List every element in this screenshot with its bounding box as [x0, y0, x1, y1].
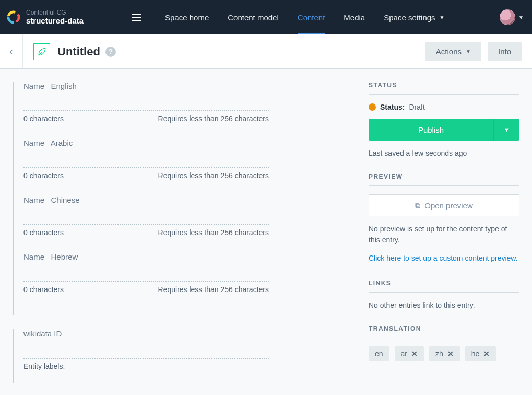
- close-icon[interactable]: ✕: [483, 350, 490, 358]
- avatar: [500, 9, 515, 25]
- close-icon[interactable]: ✕: [411, 350, 418, 358]
- publish-button[interactable]: Publish: [369, 119, 493, 141]
- text-input[interactable]: [23, 157, 269, 168]
- info-button[interactable]: Info: [488, 42, 522, 61]
- char-hint: Requires less than 256 characters: [158, 228, 269, 237]
- editor-pane: Name– English 0 characters Requires less…: [0, 69, 356, 395]
- locale-chip-label: en: [375, 350, 383, 358]
- nav-space-home[interactable]: Space home: [156, 0, 218, 34]
- open-preview-label: Open preview: [424, 201, 473, 210]
- text-input[interactable]: [23, 100, 269, 111]
- space-name[interactable]: structured-data: [26, 16, 84, 26]
- logo-block: Contentful-CG structured-data: [6, 9, 132, 26]
- hamburger-menu-icon[interactable]: [132, 14, 141, 21]
- translation-chips: en ar ✕ zh ✕ he ✕: [369, 346, 519, 361]
- locale-chip-label: he: [471, 350, 480, 358]
- status-label: Status:: [380, 103, 405, 111]
- text-input[interactable]: [23, 347, 269, 359]
- chevron-down-icon: ▼: [466, 49, 471, 54]
- content-type-icon: [33, 43, 50, 60]
- char-hint: Requires less than 256 characters: [158, 171, 269, 180]
- help-icon[interactable]: ?: [105, 47, 116, 57]
- locale-chip-label: ar: [401, 350, 407, 358]
- preview-setup-link[interactable]: Click here to set up a custom content pr…: [369, 253, 519, 264]
- nav-content-model[interactable]: Content model: [218, 0, 288, 34]
- field-label: Name– Arabic: [23, 138, 356, 147]
- nav-space-settings[interactable]: Space settings ▼: [374, 0, 454, 34]
- char-hint: Requires less than 256 characters: [158, 285, 269, 294]
- status-value: Draft: [409, 103, 424, 111]
- text-input[interactable]: [23, 214, 269, 225]
- entity-labels-label: Entity labels:: [23, 362, 356, 370]
- locale-chip-zh[interactable]: zh ✕: [429, 346, 460, 361]
- field-label: Name– English: [23, 82, 356, 90]
- external-link-icon: ⧉: [415, 201, 420, 210]
- field-label: Name– Hebrew: [23, 252, 356, 261]
- field-name-chinese: Name– Chinese 0 characters Requires less…: [23, 195, 356, 237]
- char-count: 0 characters: [23, 228, 64, 237]
- field-group-names: Name– English 0 characters Requires less…: [13, 82, 356, 315]
- translation-heading: TRANSLATION: [369, 325, 519, 338]
- char-hint: Requires less than 256 characters: [158, 114, 269, 123]
- close-icon[interactable]: ✕: [447, 350, 454, 358]
- locale-chip-ar[interactable]: ar ✕: [395, 346, 424, 361]
- last-saved-text: Last saved a few seconds ago: [369, 149, 519, 157]
- actions-button-label: Actions: [436, 47, 462, 56]
- locale-chip-he[interactable]: he ✕: [465, 346, 496, 361]
- locale-chip-label: zh: [435, 350, 443, 358]
- char-count: 0 characters: [23, 171, 64, 180]
- status-dot-icon: [369, 103, 376, 111]
- primary-nav: Space home Content model Content Media S…: [156, 0, 454, 34]
- nav-media[interactable]: Media: [334, 0, 374, 34]
- chevron-left-icon: ‹: [9, 45, 13, 59]
- field-wikidata-id: wikidata ID Entity labels:: [23, 329, 356, 370]
- page-title: Untitled: [57, 45, 100, 59]
- field-label: Name– Chinese: [23, 195, 356, 204]
- field-name-english: Name– English 0 characters Requires less…: [23, 82, 356, 123]
- field-name-hebrew: Name– Hebrew 0 characters Requires less …: [23, 252, 356, 294]
- publish-row: Publish ▼: [369, 119, 519, 141]
- leaf-icon: [37, 47, 47, 57]
- char-count: 0 characters: [23, 285, 64, 294]
- publish-dropdown-button[interactable]: ▼: [493, 119, 519, 141]
- open-preview-button[interactable]: ⧉ Open preview: [369, 194, 519, 216]
- field-name-arabic: Name– Arabic 0 characters Requires less …: [23, 138, 356, 180]
- info-button-label: Info: [498, 47, 511, 56]
- preview-help-text: No preview is set up for the content typ…: [369, 224, 519, 246]
- translation-section: TRANSLATION en ar ✕ zh ✕ he ✕: [369, 325, 519, 361]
- nav-content[interactable]: Content: [288, 0, 335, 34]
- nav-space-settings-label: Space settings: [384, 13, 435, 22]
- chevron-down-icon: ▼: [504, 126, 510, 133]
- status-row: Status: Draft: [369, 103, 519, 111]
- chevron-down-icon: ▼: [518, 15, 524, 20]
- user-menu[interactable]: ▼: [500, 9, 524, 25]
- text-input[interactable]: [23, 271, 269, 282]
- top-navigation: Contentful-CG structured-data Space home…: [0, 0, 532, 34]
- title-bar: ‹ Untitled ? Actions ▼ Info: [0, 34, 532, 69]
- status-heading: STATUS: [369, 82, 519, 95]
- actions-button[interactable]: Actions ▼: [425, 42, 481, 61]
- char-count: 0 characters: [23, 114, 64, 123]
- preview-heading: PREVIEW: [369, 173, 519, 186]
- field-label: wikidata ID: [23, 329, 356, 338]
- field-group-wikidata: wikidata ID Entity labels:: [13, 329, 356, 383]
- contentful-logo-icon: [6, 10, 21, 25]
- org-name: Contentful-CG: [26, 9, 84, 16]
- links-heading: LINKS: [369, 280, 519, 293]
- links-text: No other entries link to this entry.: [369, 301, 519, 309]
- back-button[interactable]: ‹: [0, 34, 23, 68]
- sidebar: STATUS Status: Draft Publish ▼ Last save…: [356, 69, 532, 395]
- links-section: LINKS No other entries link to this entr…: [369, 280, 519, 309]
- status-section: STATUS Status: Draft Publish ▼ Last save…: [369, 82, 519, 157]
- preview-section: PREVIEW ⧉ Open preview No preview is set…: [369, 173, 519, 264]
- locale-chip-en[interactable]: en: [369, 346, 389, 361]
- chevron-down-icon: ▼: [440, 15, 445, 20]
